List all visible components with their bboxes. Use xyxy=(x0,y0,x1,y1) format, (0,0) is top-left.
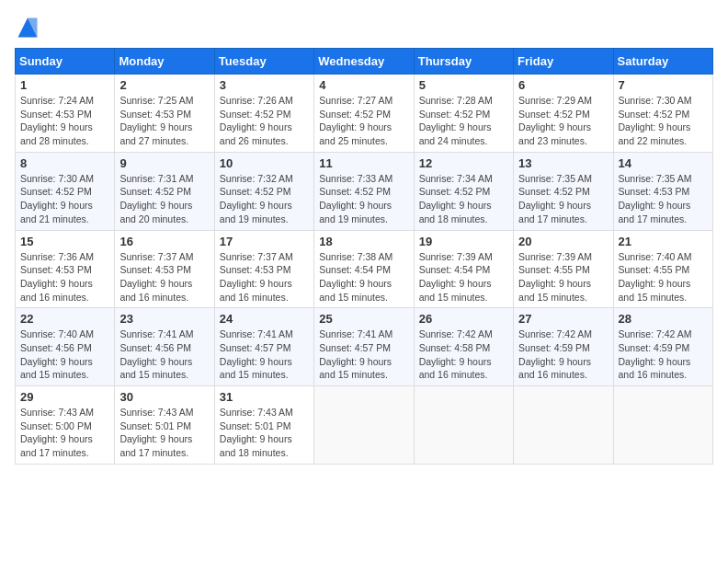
day-number: 17 xyxy=(220,235,309,248)
day-number: 4 xyxy=(319,78,408,92)
day-info: Sunrise: 7:33 AM Sunset: 4:52 PM Dayligh… xyxy=(319,172,408,226)
calendar-header-row: SundayMondayTuesdayWednesdayThursdayFrid… xyxy=(16,49,713,75)
day-info: Sunrise: 7:26 AM Sunset: 4:52 PM Dayligh… xyxy=(220,94,309,148)
calendar-cell: 18 Sunrise: 7:38 AM Sunset: 4:54 PM Dayl… xyxy=(314,230,414,308)
calendar-cell: 9 Sunrise: 7:31 AM Sunset: 4:52 PM Dayli… xyxy=(115,152,214,230)
day-number: 27 xyxy=(518,312,608,326)
day-info: Sunrise: 7:39 AM Sunset: 4:54 PM Dayligh… xyxy=(419,250,508,304)
calendar-week-row: 29 Sunrise: 7:43 AM Sunset: 5:00 PM Dayl… xyxy=(16,386,713,465)
logo-icon xyxy=(15,15,40,40)
day-number: 29 xyxy=(20,390,109,404)
calendar-cell: 16 Sunrise: 7:37 AM Sunset: 4:53 PM Dayl… xyxy=(115,230,214,308)
calendar-cell: 1 Sunrise: 7:24 AM Sunset: 4:53 PM Dayli… xyxy=(16,75,115,153)
day-info: Sunrise: 7:29 AM Sunset: 4:52 PM Dayligh… xyxy=(518,94,608,148)
calendar-week-row: 22 Sunrise: 7:40 AM Sunset: 4:56 PM Dayl… xyxy=(16,308,713,386)
day-info: Sunrise: 7:25 AM Sunset: 4:53 PM Dayligh… xyxy=(119,94,209,148)
day-info: Sunrise: 7:42 AM Sunset: 4:58 PM Dayligh… xyxy=(419,327,508,382)
calendar-cell: 7 Sunrise: 7:30 AM Sunset: 4:52 PM Dayli… xyxy=(613,75,712,153)
day-number: 13 xyxy=(518,156,608,170)
day-number: 24 xyxy=(220,312,309,326)
day-number: 28 xyxy=(619,312,708,326)
calendar-cell: 4 Sunrise: 7:27 AM Sunset: 4:52 PM Dayli… xyxy=(314,75,414,153)
day-number: 2 xyxy=(119,78,209,92)
day-number: 21 xyxy=(619,235,708,248)
day-number: 30 xyxy=(119,390,209,404)
calendar-week-row: 1 Sunrise: 7:24 AM Sunset: 4:53 PM Dayli… xyxy=(16,75,713,153)
calendar-cell: 13 Sunrise: 7:35 AM Sunset: 4:52 PM Dayl… xyxy=(514,152,613,230)
calendar-cell: 29 Sunrise: 7:43 AM Sunset: 5:00 PM Dayl… xyxy=(16,386,115,465)
calendar-cell: 22 Sunrise: 7:40 AM Sunset: 4:56 PM Dayl… xyxy=(16,308,115,386)
day-number: 19 xyxy=(419,235,508,248)
day-number: 3 xyxy=(220,78,309,92)
calendar-cell: 12 Sunrise: 7:34 AM Sunset: 4:52 PM Dayl… xyxy=(414,152,513,230)
day-number: 6 xyxy=(518,78,608,92)
calendar-cell: 2 Sunrise: 7:25 AM Sunset: 4:53 PM Dayli… xyxy=(115,75,214,153)
day-info: Sunrise: 7:32 AM Sunset: 4:52 PM Dayligh… xyxy=(220,172,309,226)
day-number: 1 xyxy=(20,78,109,92)
calendar-cell: 23 Sunrise: 7:41 AM Sunset: 4:56 PM Dayl… xyxy=(115,308,214,386)
day-info: Sunrise: 7:35 AM Sunset: 4:53 PM Dayligh… xyxy=(619,172,708,226)
column-header-thursday: Thursday xyxy=(414,49,513,75)
day-info: Sunrise: 7:34 AM Sunset: 4:52 PM Dayligh… xyxy=(419,172,508,226)
day-number: 9 xyxy=(119,156,209,170)
calendar-cell: 14 Sunrise: 7:35 AM Sunset: 4:53 PM Dayl… xyxy=(613,152,712,230)
day-info: Sunrise: 7:35 AM Sunset: 4:52 PM Dayligh… xyxy=(518,172,608,226)
day-info: Sunrise: 7:24 AM Sunset: 4:53 PM Dayligh… xyxy=(20,94,109,148)
day-number: 5 xyxy=(419,78,508,92)
day-number: 18 xyxy=(319,235,408,248)
day-info: Sunrise: 7:40 AM Sunset: 4:55 PM Dayligh… xyxy=(619,250,708,304)
column-header-sunday: Sunday xyxy=(16,49,115,75)
column-header-friday: Friday xyxy=(514,49,613,75)
calendar-cell: 20 Sunrise: 7:39 AM Sunset: 4:55 PM Dayl… xyxy=(514,230,613,308)
calendar-cell: 26 Sunrise: 7:42 AM Sunset: 4:58 PM Dayl… xyxy=(414,308,513,386)
calendar-cell: 27 Sunrise: 7:42 AM Sunset: 4:59 PM Dayl… xyxy=(514,308,613,386)
day-info: Sunrise: 7:30 AM Sunset: 4:52 PM Dayligh… xyxy=(20,172,109,226)
day-number: 31 xyxy=(220,390,309,404)
day-info: Sunrise: 7:41 AM Sunset: 4:57 PM Dayligh… xyxy=(220,327,309,382)
calendar-cell: 24 Sunrise: 7:41 AM Sunset: 4:57 PM Dayl… xyxy=(214,308,313,386)
day-info: Sunrise: 7:31 AM Sunset: 4:52 PM Dayligh… xyxy=(119,172,209,226)
calendar-cell: 30 Sunrise: 7:43 AM Sunset: 5:01 PM Dayl… xyxy=(115,386,214,465)
calendar-cell xyxy=(514,386,613,465)
calendar-cell xyxy=(613,386,712,465)
calendar-cell: 17 Sunrise: 7:37 AM Sunset: 4:53 PM Dayl… xyxy=(214,230,313,308)
day-number: 15 xyxy=(20,235,109,248)
day-number: 22 xyxy=(20,312,109,326)
day-info: Sunrise: 7:40 AM Sunset: 4:56 PM Dayligh… xyxy=(20,327,109,382)
column-header-wednesday: Wednesday xyxy=(314,49,414,75)
day-info: Sunrise: 7:37 AM Sunset: 4:53 PM Dayligh… xyxy=(119,250,209,304)
day-number: 25 xyxy=(319,312,408,326)
day-info: Sunrise: 7:39 AM Sunset: 4:55 PM Dayligh… xyxy=(518,250,608,304)
day-info: Sunrise: 7:43 AM Sunset: 5:01 PM Dayligh… xyxy=(119,406,209,460)
column-header-saturday: Saturday xyxy=(613,49,712,75)
day-number: 23 xyxy=(119,312,209,326)
page-header xyxy=(15,15,713,40)
calendar-cell: 6 Sunrise: 7:29 AM Sunset: 4:52 PM Dayli… xyxy=(514,75,613,153)
logo xyxy=(15,15,44,40)
calendar-week-row: 15 Sunrise: 7:36 AM Sunset: 4:53 PM Dayl… xyxy=(16,230,713,308)
day-number: 10 xyxy=(220,156,309,170)
calendar-week-row: 8 Sunrise: 7:30 AM Sunset: 4:52 PM Dayli… xyxy=(16,152,713,230)
calendar-cell xyxy=(414,386,513,465)
day-number: 7 xyxy=(619,78,708,92)
day-number: 14 xyxy=(619,156,708,170)
day-number: 12 xyxy=(419,156,508,170)
day-info: Sunrise: 7:43 AM Sunset: 5:01 PM Dayligh… xyxy=(220,406,309,460)
day-info: Sunrise: 7:41 AM Sunset: 4:57 PM Dayligh… xyxy=(319,327,408,382)
day-number: 20 xyxy=(518,235,608,248)
calendar-cell: 21 Sunrise: 7:40 AM Sunset: 4:55 PM Dayl… xyxy=(613,230,712,308)
day-info: Sunrise: 7:43 AM Sunset: 5:00 PM Dayligh… xyxy=(20,406,109,460)
calendar-cell: 25 Sunrise: 7:41 AM Sunset: 4:57 PM Dayl… xyxy=(314,308,414,386)
day-number: 26 xyxy=(419,312,508,326)
day-number: 8 xyxy=(20,156,109,170)
day-info: Sunrise: 7:41 AM Sunset: 4:56 PM Dayligh… xyxy=(119,327,209,382)
calendar-cell: 28 Sunrise: 7:42 AM Sunset: 4:59 PM Dayl… xyxy=(613,308,712,386)
calendar-cell: 10 Sunrise: 7:32 AM Sunset: 4:52 PM Dayl… xyxy=(214,152,313,230)
calendar-cell: 31 Sunrise: 7:43 AM Sunset: 5:01 PM Dayl… xyxy=(214,386,313,465)
day-info: Sunrise: 7:38 AM Sunset: 4:54 PM Dayligh… xyxy=(319,250,408,304)
day-number: 11 xyxy=(319,156,408,170)
calendar-cell: 5 Sunrise: 7:28 AM Sunset: 4:52 PM Dayli… xyxy=(414,75,513,153)
day-number: 16 xyxy=(119,235,209,248)
calendar-cell: 3 Sunrise: 7:26 AM Sunset: 4:52 PM Dayli… xyxy=(214,75,313,153)
calendar-cell: 11 Sunrise: 7:33 AM Sunset: 4:52 PM Dayl… xyxy=(314,152,414,230)
